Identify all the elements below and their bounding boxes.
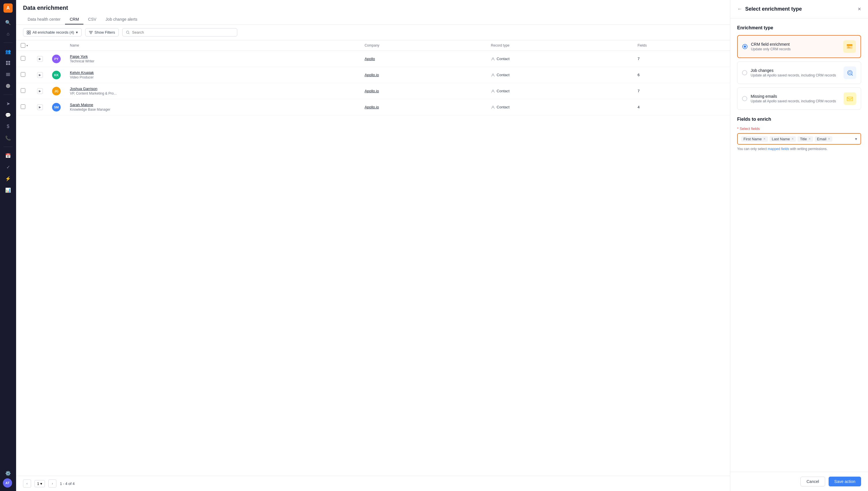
- field-tag-remove[interactable]: ×: [791, 137, 793, 141]
- search-icon: [126, 30, 130, 34]
- show-filters-button[interactable]: Show Filters: [85, 28, 119, 36]
- expand-button[interactable]: ▶: [37, 72, 43, 78]
- company-link[interactable]: Apollo.io: [365, 105, 379, 109]
- radio-email[interactable]: [742, 96, 747, 101]
- enrichment-card-crm[interactable]: CRM field enrichment Update only CRM rec…: [737, 35, 861, 58]
- prev-page-button[interactable]: ‹: [23, 480, 31, 488]
- field-tag-label: Title: [800, 137, 807, 141]
- name-cell: Paige York Technical Writer: [70, 54, 356, 63]
- avatar: KK: [52, 71, 61, 79]
- row-checkbox[interactable]: [21, 88, 25, 93]
- panel-title: Select enrichment type: [745, 6, 802, 12]
- panel-header-left: ← Select enrichment type: [737, 6, 802, 12]
- sidebar-icon-table[interactable]: [3, 58, 13, 68]
- person-name-link[interactable]: Joshua Garrison: [70, 87, 356, 91]
- svg-rect-12: [27, 33, 28, 34]
- company-link[interactable]: Apollo.io: [365, 89, 379, 93]
- page-range: 1 - 4 of 4: [60, 482, 75, 486]
- records-table: ▾ Name Company Record type Fields ▶ PY: [16, 40, 730, 115]
- fields-chevron-icon: ▾: [855, 137, 857, 141]
- tab-job-change[interactable]: Job change alerts: [101, 15, 142, 24]
- record-type-label: Contact: [497, 57, 510, 61]
- tab-data-health[interactable]: Data health center: [23, 15, 65, 24]
- svg-rect-1: [8, 61, 10, 63]
- sidebar-divider-2: [3, 94, 13, 95]
- close-button[interactable]: ×: [858, 6, 861, 12]
- pagination: ‹ 1 ▾ › 1 - 4 of 4: [16, 476, 730, 491]
- company-link[interactable]: Apollo.io: [365, 73, 379, 77]
- records-filter-button[interactable]: All enrichable records (4) ▾: [23, 28, 82, 36]
- panel-footer: Cancel Save action: [730, 472, 868, 491]
- svg-rect-5: [6, 74, 10, 75]
- page-title: Data enrichment: [23, 5, 723, 11]
- page-header: Data enrichment Data health center CRM C…: [16, 0, 730, 25]
- app-logo[interactable]: A: [3, 3, 13, 13]
- radio-job[interactable]: [742, 70, 747, 75]
- expand-button[interactable]: ▶: [37, 56, 43, 62]
- tab-crm[interactable]: CRM: [65, 15, 83, 24]
- record-type-cell: Contact: [491, 57, 628, 61]
- user-avatar[interactable]: AT: [3, 478, 12, 488]
- select-all-checkbox[interactable]: [21, 43, 25, 48]
- sidebar-icon-chat[interactable]: 💬: [3, 110, 13, 120]
- sidebar-icon-home[interactable]: ⌂: [3, 29, 13, 39]
- expand-button[interactable]: ▶: [37, 88, 43, 94]
- record-type-cell: Contact: [491, 89, 628, 93]
- header-checkbox-arrow[interactable]: ▾: [26, 44, 28, 47]
- name-cell: Sarah Malone Knowledge Base Manager: [70, 103, 356, 112]
- person-name-link[interactable]: Kelvin Krupiak: [70, 70, 356, 75]
- svg-point-24: [849, 71, 851, 74]
- sidebar-icon-check[interactable]: ✓: [3, 162, 13, 172]
- enrichment-card-email[interactable]: Missing emails Update all Apollo saved r…: [737, 87, 861, 110]
- row-checkbox[interactable]: [21, 104, 25, 109]
- search-box[interactable]: [122, 28, 237, 36]
- row-checkbox[interactable]: [21, 56, 25, 61]
- table-row: ▶ PY Paige York Technical Writer Apollo …: [16, 51, 730, 67]
- fields-count: 6: [633, 67, 730, 83]
- fields-section-title: Fields to enrich: [737, 117, 861, 122]
- sidebar-icon-settings[interactable]: ⚙️: [3, 468, 13, 478]
- cancel-button[interactable]: Cancel: [801, 476, 825, 486]
- enrichment-card-job[interactable]: Job changes Update all Apollo saved reco…: [737, 61, 861, 84]
- field-tag: First Name×: [741, 136, 768, 142]
- card-text-crm: CRM field enrichment Update only CRM rec…: [751, 42, 840, 51]
- person-name-link[interactable]: Paige York: [70, 54, 356, 59]
- sidebar-icon-radar[interactable]: [3, 81, 13, 91]
- svg-rect-10: [27, 31, 28, 32]
- mapped-fields-link[interactable]: mapped fields: [767, 147, 789, 151]
- company-link[interactable]: Apollo: [365, 57, 375, 61]
- sidebar-icon-chart[interactable]: 📊: [3, 185, 13, 195]
- contact-icon: [491, 89, 495, 93]
- sidebar-icon-people[interactable]: 👥: [3, 46, 13, 57]
- back-button[interactable]: ←: [737, 6, 742, 12]
- fields-section: Fields to enrich * Select fields First N…: [737, 117, 861, 151]
- next-page-button[interactable]: ›: [48, 480, 56, 488]
- card-label-crm: CRM field enrichment: [751, 42, 840, 47]
- sidebar-icon-list[interactable]: [3, 69, 13, 80]
- sidebar-icon-lightning[interactable]: ⚡: [3, 173, 13, 184]
- enrichment-section-title: Enrichment type: [737, 25, 861, 30]
- field-tag: Last Name×: [769, 136, 796, 142]
- fields-select[interactable]: First Name×Last Name×Title×Email×▾: [737, 133, 861, 145]
- search-input[interactable]: [132, 30, 233, 34]
- sidebar-icon-search[interactable]: 🔍: [3, 17, 13, 28]
- radio-inner-crm: [744, 46, 746, 48]
- sidebar-icon-calendar[interactable]: 📅: [3, 150, 13, 161]
- save-action-button[interactable]: Save action: [829, 476, 861, 486]
- card-icon-crm: [843, 40, 856, 53]
- page-select[interactable]: 1 ▾: [34, 480, 45, 487]
- contact-icon: [491, 57, 495, 61]
- contact-icon: [491, 105, 495, 109]
- expand-button[interactable]: ▶: [37, 104, 43, 110]
- person-name-link[interactable]: Sarah Malone: [70, 103, 356, 107]
- field-tag-remove[interactable]: ×: [828, 137, 830, 141]
- sidebar-icon-send[interactable]: ➤: [3, 98, 13, 109]
- avatar: SM: [52, 103, 61, 112]
- field-tag-remove[interactable]: ×: [764, 137, 765, 141]
- field-tag-remove[interactable]: ×: [809, 137, 811, 141]
- sidebar-icon-phone[interactable]: 📞: [3, 133, 13, 143]
- tab-csv[interactable]: CSV: [83, 15, 101, 24]
- sidebar-icon-dollar[interactable]: $: [3, 121, 13, 132]
- row-checkbox[interactable]: [21, 72, 25, 77]
- radio-crm[interactable]: [742, 44, 748, 49]
